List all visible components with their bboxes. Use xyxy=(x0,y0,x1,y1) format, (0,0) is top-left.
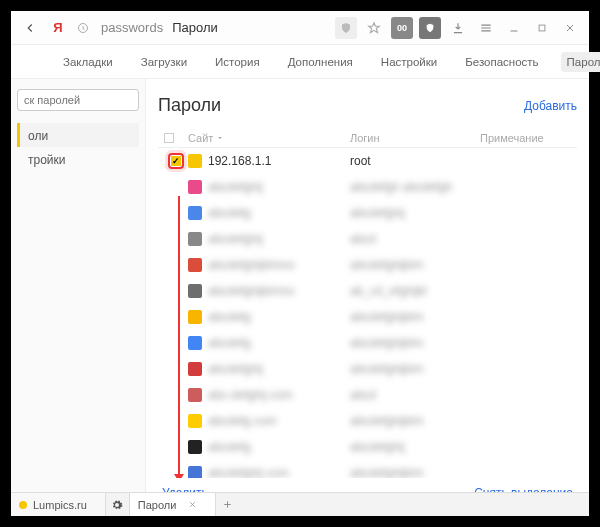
ext-badge-icon[interactable]: 00 xyxy=(391,17,413,39)
login-cell: abcdefghijklm xyxy=(350,310,480,324)
login-cell: abcd xyxy=(350,232,480,246)
table-row[interactable]: abcdefghijklmnoabcdefghijklm xyxy=(158,252,577,278)
site-favicon xyxy=(188,154,202,168)
table-row[interactable]: abcdefghijabcdefghijklm xyxy=(158,356,577,382)
table-row[interactable]: abcdefgabcdefghij xyxy=(158,200,577,226)
lock-icon xyxy=(75,20,91,36)
tab-settings[interactable]: Настройки xyxy=(375,52,443,72)
site-favicon xyxy=(188,232,202,246)
ext-shield-icon[interactable] xyxy=(419,17,441,39)
site-favicon xyxy=(188,414,202,428)
chevron-down-icon xyxy=(216,134,224,142)
sidebar: оли тройки xyxy=(11,79,146,516)
site-favicon xyxy=(188,336,202,350)
site-favicon xyxy=(188,258,202,272)
site-favicon xyxy=(188,180,202,194)
site-favicon xyxy=(188,310,202,324)
site-favicon xyxy=(188,362,202,376)
site-favicon xyxy=(188,206,202,220)
col-login: Логин xyxy=(350,132,480,144)
tab-extensions[interactable]: Дополнения xyxy=(282,52,359,72)
minimize-icon[interactable] xyxy=(503,17,525,39)
back-button[interactable] xyxy=(19,17,41,39)
table-row[interactable]: abcdefghij comabcdefghijklm xyxy=(158,460,577,478)
close-icon[interactable] xyxy=(559,17,581,39)
url-prefix: passwords xyxy=(101,20,163,35)
favicon-dot xyxy=(19,501,27,509)
gear-icon[interactable] xyxy=(106,493,130,516)
login-cell: abcd xyxy=(350,388,480,402)
login-cell: ab_cd_efghijkl xyxy=(350,284,480,298)
sidebar-item-passwords[interactable]: оли xyxy=(17,123,139,147)
content-panel: Пароли Добавить Сайт Логин Примечание ✓1… xyxy=(146,79,589,516)
login-cell: abcdefghijklm xyxy=(350,258,480,272)
settings-tabs: Закладки Загрузки История Дополнения Нас… xyxy=(11,45,589,79)
site-favicon xyxy=(188,388,202,402)
password-table-body: ✓192.168.1.1rootabcdefghijabcdefgh abcde… xyxy=(158,148,577,478)
login-cell: abcdefghij xyxy=(350,206,480,220)
table-row[interactable]: abcdefgabcdefghij xyxy=(158,434,577,460)
browser-tab-lumpics[interactable]: Lumpics.ru xyxy=(11,493,106,516)
tab-bookmarks[interactable]: Закладки xyxy=(57,52,119,72)
shield-icon[interactable] xyxy=(335,17,357,39)
site-cell: abcdefg com xyxy=(208,414,277,428)
site-cell: abcdefg xyxy=(208,206,251,220)
site-favicon xyxy=(188,440,202,454)
site-cell: abcdefghij com xyxy=(208,466,289,478)
sidebar-item-settings[interactable]: тройки xyxy=(17,147,139,171)
browser-tab-passwords[interactable]: Пароли xyxy=(130,493,217,516)
download-icon[interactable] xyxy=(447,17,469,39)
login-cell: abcdefghijklm xyxy=(350,336,480,350)
site-cell: abcdefghij xyxy=(208,232,263,246)
site-cell: abcdefghij xyxy=(208,362,263,376)
col-note: Примечание xyxy=(480,132,577,144)
site-cell: 192.168.1.1 xyxy=(208,154,271,168)
svg-rect-1 xyxy=(539,25,545,31)
site-cell: abcdefg xyxy=(208,310,251,324)
row-checkbox-checked[interactable]: ✓ xyxy=(168,153,184,169)
site-favicon xyxy=(188,466,202,478)
site-cell: abcdefghij xyxy=(208,180,263,194)
new-tab-button[interactable] xyxy=(216,499,238,510)
table-row[interactable]: abcdefgabcdefghijklm xyxy=(158,330,577,356)
site-cell: abc-defghij com xyxy=(208,388,293,402)
maximize-icon[interactable] xyxy=(531,17,553,39)
login-cell: abcdefghij xyxy=(350,440,480,454)
tab-history[interactable]: История xyxy=(209,52,266,72)
browser-tab-label: Пароли xyxy=(138,499,177,511)
site-cell: abcdefghijklmno xyxy=(208,258,295,272)
add-button[interactable]: Добавить xyxy=(524,99,577,113)
table-row[interactable]: abcdefghijabcdefgh abcdefgh xyxy=(158,174,577,200)
site-favicon xyxy=(188,284,202,298)
browser-tab-label: Lumpics.ru xyxy=(33,499,87,511)
login-cell: abcdefghijklm xyxy=(350,466,480,478)
annotation-arrow xyxy=(178,196,180,476)
tab-close-icon[interactable] xyxy=(188,500,197,509)
table-row[interactable]: abcdefghijklmnoab_cd_efghijkl xyxy=(158,278,577,304)
table-row[interactable]: ✓192.168.1.1root xyxy=(158,148,577,174)
table-row[interactable]: abcdefg comabcdefghijklm xyxy=(158,408,577,434)
col-site[interactable]: Сайт xyxy=(188,132,350,144)
tab-security[interactable]: Безопасность xyxy=(459,52,544,72)
url-title: Пароли xyxy=(172,20,218,35)
yandex-logo[interactable]: Я xyxy=(47,17,69,39)
table-row[interactable]: abcdefgabcdefghijklm xyxy=(158,304,577,330)
tab-passwords[interactable]: Пароли xyxy=(561,52,600,72)
login-cell: root xyxy=(350,154,480,168)
table-row[interactable]: abcdefghijabcd xyxy=(158,226,577,252)
login-cell: abcdefghijklm xyxy=(350,414,480,428)
select-all-checkbox[interactable] xyxy=(164,133,174,143)
tab-downloads[interactable]: Загрузки xyxy=(135,52,193,72)
browser-tabstrip: Lumpics.ru Пароли xyxy=(11,492,589,516)
site-cell: abcdefghijklmno xyxy=(208,284,295,298)
browser-toolbar: Я passwords Пароли 00 xyxy=(11,11,589,45)
menu-icon[interactable] xyxy=(475,17,497,39)
table-header: Сайт Логин Примечание xyxy=(158,128,577,148)
table-row[interactable]: abc-defghij comabcd xyxy=(158,382,577,408)
login-cell: abcdefghijklm xyxy=(350,362,480,376)
col-site-label: Сайт xyxy=(188,132,213,144)
search-input[interactable] xyxy=(17,89,139,111)
bookmark-star-icon[interactable] xyxy=(363,17,385,39)
page-title: Пароли xyxy=(158,95,221,116)
site-cell: abcdefg xyxy=(208,440,251,454)
